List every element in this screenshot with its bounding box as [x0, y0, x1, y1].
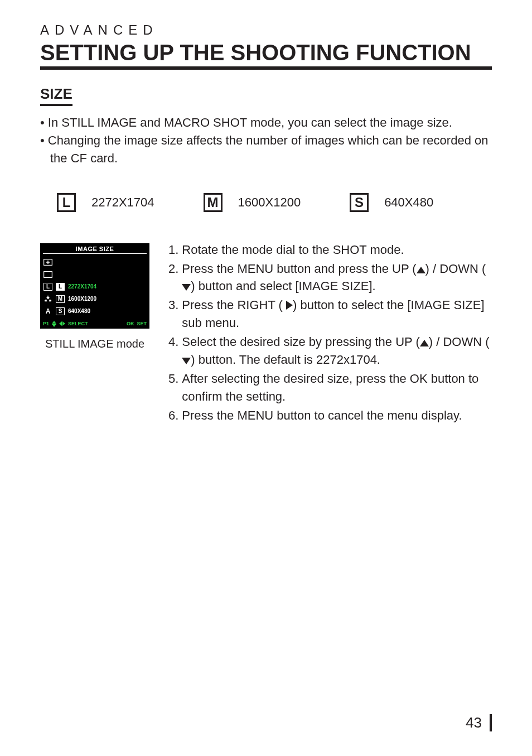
step-2: 2. Press the MENU button and press the U…	[168, 260, 492, 296]
size-badge: L	[57, 193, 76, 212]
body-row: IMAGE SIZE L L 2272X1704	[40, 243, 492, 426]
svg-rect-3	[44, 271, 52, 277]
side-badge: L	[43, 283, 52, 291]
lcd-row: L L 2272X1704	[43, 281, 147, 293]
size-option-l: L 2272X1704	[57, 193, 154, 212]
size-dimension: 2272X1704	[91, 195, 154, 210]
plus-box-icon	[43, 258, 52, 266]
subheading-size: SIZE	[40, 85, 72, 106]
lcd-caption: STILL IMAGE mode	[45, 338, 144, 350]
lcd-footer: P1 SELECT OK SET	[43, 320, 147, 327]
lcd-page-label: P1	[43, 321, 49, 326]
lcd-value: 1600X1200	[68, 296, 96, 302]
step-6: 6. Press the MENU button to cancel the m…	[168, 407, 492, 425]
bullet-item: In STILL IMAGE and MACRO SHOT mode, you …	[40, 114, 492, 132]
lcd-set-label: SET	[137, 321, 147, 326]
page-title: SETTING UP THE SHOOTING FUNCTION	[40, 40, 492, 65]
up-arrow-icon	[420, 340, 429, 346]
size-badge: M	[56, 295, 65, 303]
step-3: 3. Press the RIGHT ( ) button to select …	[168, 296, 492, 332]
manual-page: ADVANCED SETTING UP THE SHOOTING FUNCTIO…	[0, 0, 532, 756]
down-arrow-icon	[182, 358, 191, 364]
right-arrow-icon	[286, 301, 293, 310]
lcd-column: IMAGE SIZE L L 2272X1704	[40, 243, 149, 350]
size-badge: S	[350, 193, 369, 212]
lcd-row	[43, 268, 147, 281]
size-dimension: 1600X1200	[238, 195, 301, 210]
instruction-steps: 1. Rotate the mode dial to the SHOT mode…	[168, 241, 492, 426]
lcd-ok-label: OK	[127, 321, 134, 326]
section-kicker: ADVANCED	[40, 22, 492, 38]
lcd-row	[43, 256, 147, 268]
lcd-title: IMAGE SIZE	[43, 245, 147, 254]
size-badge: S	[56, 307, 65, 315]
size-option-s: S 640X480	[350, 193, 433, 212]
down-arrow-icon	[182, 284, 191, 291]
title-rule	[40, 66, 492, 70]
size-badge: L	[56, 283, 65, 291]
lcd-screen: IMAGE SIZE L L 2272X1704	[40, 243, 149, 329]
size-option-m: M 1600X1200	[204, 193, 301, 212]
bullet-item: Changing the image size affects the numb…	[40, 132, 492, 167]
lcd-value: 2272X1704	[68, 283, 96, 290]
lcd-row: M 1600X1200	[43, 293, 147, 305]
size-badge: M	[204, 193, 223, 212]
intro-bullets: In STILL IMAGE and MACRO SHOT mode, you …	[40, 114, 492, 167]
up-arrow-icon	[417, 267, 425, 273]
lcd-select-label: SELECT	[68, 321, 88, 326]
step-4: 4. Select the desired size by pressing t…	[168, 333, 492, 369]
size-dimension: 640X480	[384, 195, 433, 210]
step-1: 1. Rotate the mode dial to the SHOT mode…	[168, 241, 492, 259]
arrows-lr-icon	[59, 321, 65, 326]
stars-icon	[43, 295, 52, 303]
arrows-ud-icon	[52, 321, 56, 327]
svg-marker-4	[46, 295, 50, 300]
lcd-value: 640X480	[68, 308, 90, 314]
size-options-row: L 2272X1704 M 1600X1200 S 640X480	[57, 193, 492, 212]
step-5: 5. After selecting the desired size, pre…	[168, 370, 492, 406]
a-icon: A	[43, 307, 52, 315]
box-icon	[43, 271, 52, 278]
page-number: 43	[466, 714, 492, 731]
lcd-row: A S 640X480	[43, 305, 147, 317]
